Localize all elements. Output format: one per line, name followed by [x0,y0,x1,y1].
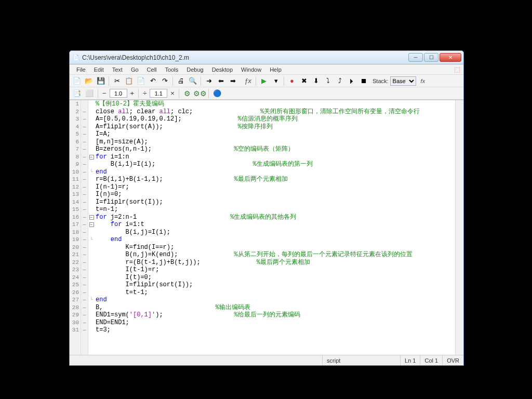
menu-file[interactable]: File [73,65,89,74]
menu-tools[interactable]: Tools [162,65,182,74]
status-type: script [322,355,400,365]
dock-icon[interactable]: ⬚ [454,65,460,73]
breakpoint-icon[interactable]: ● [287,76,297,86]
titlebar[interactable]: 📄 C:\Users\vera\Desktop\ch10\ch10_2.m ─ … [70,51,463,64]
open-icon[interactable]: 📂 [84,76,94,86]
multiply-input[interactable] [150,89,167,98]
editor-area: 1234567891011121314151617181920212223242… [70,100,463,355]
publish-icon[interactable]: 🔵 [212,88,222,99]
menu-text[interactable]: Text [109,65,126,74]
status-line: Ln 1 [400,355,420,365]
new-icon[interactable]: 📄 [72,76,82,86]
menu-cell[interactable]: Cell [143,65,161,74]
run-icon[interactable]: ▶ [259,76,269,86]
continue-icon[interactable]: ⏵ [347,76,357,86]
status-ovr: OVR [442,355,463,365]
menu-help[interactable]: Help [266,65,285,74]
times-label[interactable]: × [169,89,176,97]
editor-window: 📄 C:\Users\vera\Desktop\ch10\ch10_2.m ─ … [69,50,464,366]
menubar: File Edit Text Go Cell Tools Debug Deskt… [70,64,463,75]
stack-select[interactable]: Base [390,76,416,86]
back-icon[interactable]: ⬅ [216,76,226,86]
menu-go[interactable]: Go [127,65,142,74]
redo-icon[interactable]: ↷ [159,76,170,86]
copy-icon[interactable]: 📋 [124,76,134,86]
code-area[interactable]: %【例10-2】霍夫曼编码close all; clear all; clc; … [95,100,455,355]
div-label[interactable]: ÷ [142,89,148,97]
menu-debug[interactable]: Debug [183,65,207,74]
forward-icon[interactable]: ➡ [228,76,238,86]
fold-column[interactable]: −└−−└└ [88,100,95,355]
vertical-scrollbar[interactable] [455,100,463,355]
paste-icon[interactable]: 📄 [136,76,146,86]
find-icon[interactable]: 🔍 [188,76,198,86]
menu-desktop[interactable]: Desktop [208,65,236,74]
eval-advance-icon[interactable]: ⚙⚙ [195,88,205,99]
statusbar: script Ln 1 Col 1 OVR [70,355,463,365]
undo-icon[interactable]: ↶ [148,76,158,86]
menu-edit[interactable]: Edit [90,65,108,74]
close-button[interactable]: ✕ [440,53,461,62]
menu-window[interactable]: Window [237,65,265,74]
eval-cell-icon[interactable]: ⚙ [182,88,193,99]
clear-bp-icon[interactable]: ✖ [299,76,309,86]
main-toolbar: 📄 📂 💾 ✂ 📋 📄 ↶ ↷ 🖨 🔍 ➜ ⬅ ➡ ƒx ▶ ▾ ● ✖ ⬇ ⤵ [70,75,463,87]
print-icon[interactable]: 🖨 [176,76,186,86]
run-config-icon[interactable]: ▾ [271,76,281,86]
insert-cell-icon[interactable]: ⬜ [84,88,95,99]
line-number-gutter[interactable]: 1234567891011121314151617181920212223242… [70,100,81,355]
status-col: Col 1 [420,355,442,365]
step-icon[interactable]: ⬇ [311,76,321,86]
increment-input[interactable] [110,89,127,98]
minimize-button[interactable]: ─ [408,53,423,62]
save-icon[interactable]: 💾 [96,76,106,86]
exit-debug-icon[interactable]: ⏹ [358,76,369,86]
fx-label[interactable]: fx [421,78,425,84]
breakpoint-column[interactable]: —————————————————————————————— [81,100,88,355]
fx-icon[interactable]: ƒx [243,76,253,86]
minus-label[interactable]: − [101,89,108,97]
maximize-button[interactable]: ☐ [424,53,438,62]
cut-icon[interactable]: ✂ [112,76,122,86]
goto-icon[interactable]: ➜ [204,76,214,86]
stack-label: Stack: [373,78,389,84]
plus-label[interactable]: + [129,89,136,97]
app-icon: 📄 [72,54,80,62]
window-title: C:\Users\vera\Desktop\ch10\ch10_2.m [82,54,408,61]
step-out-icon[interactable]: ⤴ [335,76,345,86]
step-in-icon[interactable]: ⤵ [323,76,333,86]
cell-mode-icon[interactable]: 📑 [72,88,82,99]
cell-toolbar: 📑 ⬜ − + ÷ × ⚙ ⚙⚙ 🔵 [70,87,463,100]
